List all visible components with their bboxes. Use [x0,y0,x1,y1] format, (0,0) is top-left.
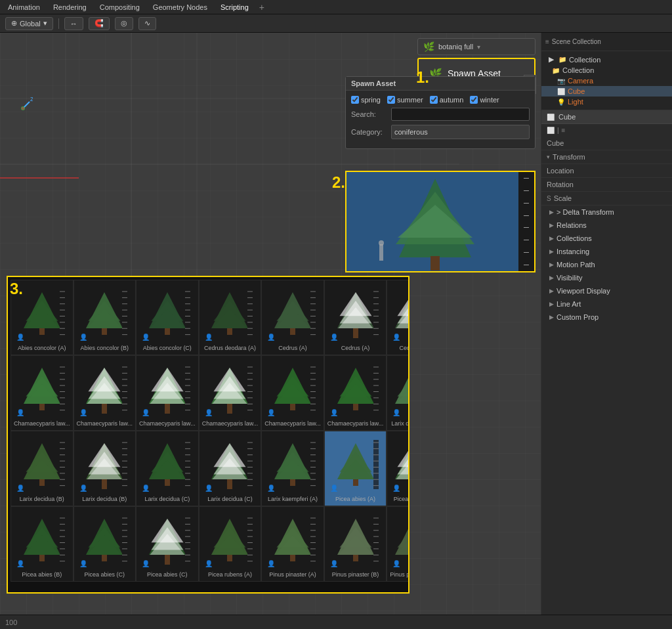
tree-item[interactable]: 👤Chamaecyparis law... [136,355,199,431]
motion-label: Motion Path [556,261,595,269]
tree-item[interactable]: 👤Chamaecyparis law... [261,355,324,431]
botaniq-bar[interactable]: 🌿 botaniq full ▾ [417,38,536,55]
tree-item[interactable]: 👤Cedrus (A) [261,280,324,355]
menu-rendering[interactable]: Rendering [51,2,89,12]
tree-name-label: Picea abies (A) [390,494,410,504]
collection-sub-icon: 📁 [552,67,560,74]
winter-checkbox[interactable]: winter [470,96,499,104]
tree-item[interactable]: 👤Cedrus deodara (A) [199,280,262,355]
human-scale-icon: 👤 [16,560,24,567]
svg-rect-34 [122,289,127,338]
prop-delta[interactable]: ▶ > Delta Transform [541,206,672,219]
transform-tool[interactable]: ↔ [64,17,83,30]
collection-item-collection[interactable]: 📁 Collection [541,65,672,76]
category-select[interactable]: coniferous deciduous palms shrubs flower… [391,125,530,139]
svg-rect-73 [310,289,316,338]
prop-relations[interactable]: ▶ Relations [541,219,672,232]
tree-item[interactable]: 👤Cedrus (A) [324,280,387,355]
visibility-arrow: ▶ [549,274,554,281]
botaniq-dropdown[interactable]: ▾ [477,43,480,51]
menu-animation[interactable]: Animation [5,2,43,12]
props-transform-tab[interactable]: ⬜ [547,127,555,134]
curve-tool[interactable]: ∿ [138,17,156,30]
cube-label: Cube [568,87,585,95]
dropdown-icon: ▾ [43,19,47,28]
scale-label: Scale [554,194,572,202]
scale-section-title[interactable]: S Scale [541,192,672,205]
tree-item[interactable]: 👤Cedrus (B) [387,280,410,355]
menu-add[interactable]: + [259,2,264,12]
menu-geometry-nodes[interactable]: Geometry Nodes [150,2,210,12]
collection-item-cube[interactable]: ⬜ Cube [541,86,672,97]
tree-item[interactable]: 👤Abies concolor (C) [136,280,199,355]
snap-tool[interactable]: 🧲 [89,17,110,30]
tree-grid: 👤Abies concolor (A)👤Abies concolor (B)👤A… [8,277,408,584]
tree-item[interactable]: 👤Picea abies (C) [136,506,199,582]
summer-checkbox[interactable]: summer [387,96,423,104]
rotation-section-title[interactable]: Rotation [541,178,672,191]
tree-item[interactable]: 👤Abies concolor (B) [74,280,136,355]
location-section-title[interactable]: Location [541,164,672,177]
prop-line-art[interactable]: ▶ Line Art [541,297,672,311]
tree-item[interactable]: 👤Larix decidua (B) [74,431,136,506]
prop-instancing[interactable]: ▶ Instancing [541,245,672,258]
autumn-checkbox[interactable]: autumn [430,96,464,104]
status-text: 100 [5,618,17,626]
svg-rect-182 [290,404,295,410]
cube-icon: ⬜ [557,88,565,95]
tree-item[interactable]: 👤Larix decidua (C) [199,431,262,506]
svg-rect-263 [185,440,190,489]
tree-item[interactable]: 👤Chamaecyparis law... [324,355,387,431]
tree-item[interactable]: 👤Picea abies (A) [387,431,410,506]
tree-thumbnail: 👤 [139,510,196,570]
spring-checkbox[interactable]: spring [351,96,381,104]
human-scale-icon: 👤 [267,334,275,341]
tree-item[interactable]: 👤Pinus pinaster (A) [261,506,324,582]
prop-motion-path[interactable]: ▶ Motion Path [541,258,672,271]
human-scale-icon: 👤 [79,560,87,567]
tree-item[interactable]: 👤Picea abies (C) [74,506,136,582]
tree-item[interactable]: 👤Larix kaempferi (A) [261,431,324,506]
menu-scripting[interactable]: Scripting [218,2,251,12]
tree-item[interactable]: 👤Chamaecyparis law... [74,355,136,431]
preview-tree-image [346,172,524,272]
tree-item[interactable]: 👤Picea abies (A) [324,431,387,506]
svg-rect-370 [165,555,170,565]
transform-label: Transform [553,153,585,161]
prop-custom-prop[interactable]: ▶ Custom Prop [541,311,672,324]
collection-item-camera[interactable]: 📷 Camera [541,76,672,86]
tree-item[interactable]: 👤Chamaecyparis law... [199,355,262,431]
svg-rect-343 [39,555,45,561]
autumn-input[interactable] [430,96,438,104]
tree-item[interactable]: 👤Pinus pinaster (C) [387,506,410,582]
summer-input[interactable] [387,96,395,104]
tree-item[interactable]: 👤Larix decidua (B) [10,431,74,506]
tree-item[interactable]: 👤Picea rubens (A) [199,506,262,582]
falloff-tool[interactable]: ◎ [115,17,133,30]
prop-visibility[interactable]: ▶ Visibility [541,271,672,284]
tree-grid-container[interactable]: 👤Abies concolor (A)👤Abies concolor (B)👤A… [7,276,410,594]
ruler-tick [524,203,529,204]
prop-collections[interactable]: ▶ Collections [541,232,672,245]
spawn-panel: Spawn Asset spring summer autumn [345,76,536,149]
spring-input[interactable] [351,96,359,104]
prop-viewport-display[interactable]: ▶ Viewport Display [541,284,672,297]
tree-item[interactable]: 👤Larix decidua (C) [136,431,199,506]
global-transform[interactable]: ⊕ Global ▾ [5,17,53,30]
search-input[interactable] [391,108,530,121]
winter-input[interactable] [470,96,478,104]
collection-item-light[interactable]: 💡 Light [541,97,672,107]
tree-item[interactable]: 👤Larix decidua (A) [387,355,410,431]
viewport[interactable]: Z 🌿 botaniq full ▾ 🌿 Spawn Asset Item Sp… [0,33,541,615]
light-label: Light [568,98,583,106]
human-scale-icon: 👤 [392,560,400,567]
props-view-tab[interactable]: ≡ [562,127,566,134]
menu-compositing[interactable]: Compositing [97,2,142,12]
collection-item-root[interactable]: ▶ 📁 Collection [541,54,672,65]
location-label: Location [547,167,574,175]
properties-scroll[interactable]: ⬜ | ≡ Cube ▾ Transform Location [541,124,672,615]
tree-item[interactable]: 👤Chamaecyparis law... [10,355,74,431]
tree-item[interactable]: 👤Pinus pinaster (B) [324,506,387,582]
transform-section-title[interactable]: ▾ Transform [541,150,672,163]
tree-item[interactable]: 👤Picea abies (B) [10,506,74,582]
